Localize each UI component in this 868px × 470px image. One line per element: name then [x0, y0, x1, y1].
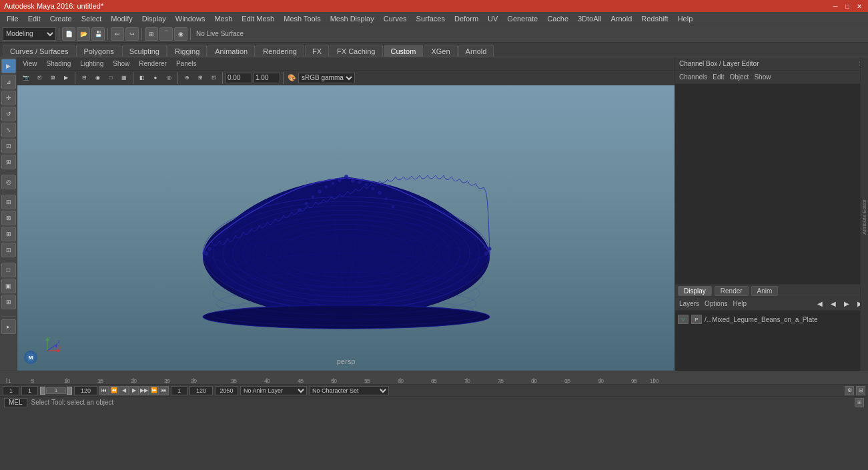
menu-edit-mesh[interactable]: Edit Mesh: [238, 14, 278, 23]
tab-polygons[interactable]: Polygons: [76, 45, 121, 57]
viewport-3d[interactable]: persp M X Y Z: [17, 85, 675, 371]
layers-menu-help[interactable]: Help: [733, 300, 747, 307]
menu-create[interactable]: Create: [46, 14, 76, 23]
char-set-select[interactable]: No Character Set: [309, 386, 389, 395]
tool-snap1[interactable]: ⊟: [1, 195, 16, 209]
menu-edit[interactable]: Edit: [24, 14, 45, 23]
tab-render[interactable]: Render: [715, 286, 749, 296]
viewport-menu-panels[interactable]: Panels: [173, 59, 199, 68]
menu-cache[interactable]: Cache: [543, 14, 572, 23]
menu-3dtoall[interactable]: 3DtoAll: [574, 14, 605, 23]
layer-name[interactable]: /...Mixed_Legume_Beans_on_a_Plate: [705, 316, 818, 323]
viewport-menu-shading[interactable]: Shading: [44, 59, 74, 68]
menu-redshift[interactable]: Redshift: [637, 14, 672, 23]
cb-menu-show[interactable]: Show: [754, 73, 771, 81]
menu-curves[interactable]: Curves: [380, 14, 411, 23]
viewport-menu-view[interactable]: View: [20, 59, 40, 68]
tool-camera1[interactable]: □: [1, 263, 16, 277]
range-end-input[interactable]: 120: [74, 386, 97, 395]
start-frame-input[interactable]: 1: [3, 386, 19, 395]
attribute-editor-sidebar[interactable]: Attribute Editor: [860, 57, 868, 377]
tool-unknown2[interactable]: ⊞: [1, 155, 16, 169]
tab-fx-caching[interactable]: FX Caching: [330, 45, 382, 57]
vp-layout2[interactable]: ⊠: [47, 72, 59, 84]
menu-mesh-display[interactable]: Mesh Display: [326, 14, 378, 23]
tab-xgen[interactable]: XGen: [424, 45, 457, 57]
menu-uv[interactable]: UV: [484, 14, 502, 23]
layers-menu-layers[interactable]: Layers: [679, 300, 699, 307]
vp-shadow[interactable]: ◧: [136, 72, 148, 84]
tab-rendering[interactable]: Rendering: [256, 45, 304, 57]
vp-dof[interactable]: ◎: [163, 72, 175, 84]
layers-nav-right[interactable]: ▶: [843, 300, 851, 307]
tool-select[interactable]: ▶: [1, 59, 16, 73]
cb-menu-object[interactable]: Object: [730, 73, 749, 81]
vp-flat[interactable]: □: [105, 72, 117, 84]
tab-animation[interactable]: Animation: [207, 45, 255, 57]
tool-lasso[interactable]: ⊿: [1, 75, 16, 89]
playback-start-input[interactable]: 1: [171, 386, 187, 395]
tab-fx[interactable]: FX: [305, 45, 329, 57]
tab-display[interactable]: Display: [678, 286, 712, 296]
menu-mesh[interactable]: Mesh: [210, 14, 236, 23]
playback-prev-frame[interactable]: ◀: [119, 386, 129, 395]
max-frame-input[interactable]: 2050: [215, 386, 238, 395]
tool-extra1[interactable]: ▸: [1, 319, 16, 334]
layers-nav-left[interactable]: ◀: [816, 300, 824, 307]
viewport-menu-lighting[interactable]: Lighting: [77, 59, 106, 68]
menu-deform[interactable]: Deform: [450, 14, 482, 23]
cb-menu-edit[interactable]: Edit: [713, 73, 724, 81]
layers-menu-options[interactable]: Options: [705, 300, 727, 307]
playback-next-key[interactable]: ⏩: [149, 386, 159, 395]
playback-jump-start[interactable]: ⏮: [99, 386, 109, 395]
vp-layout1[interactable]: ⊡: [33, 72, 45, 84]
tool-move[interactable]: ✛: [1, 91, 16, 105]
timeline[interactable]: 1 5 10 15 20 25 29 35 40 45 50 55 60: [0, 371, 868, 384]
tab-curves-surfaces[interactable]: Curves / Surfaces: [3, 45, 75, 57]
menu-surfaces[interactable]: Surfaces: [412, 14, 449, 23]
range-start-handle[interactable]: [40, 387, 45, 395]
far-clip-input[interactable]: 1.00: [254, 73, 280, 83]
toolbar-open[interactable]: 📂: [77, 27, 90, 41]
tool-unknown1[interactable]: ⊡: [1, 139, 16, 153]
tab-rigging[interactable]: Rigging: [167, 45, 207, 57]
tab-anim[interactable]: Anim: [751, 286, 779, 296]
tab-custom[interactable]: Custom: [384, 45, 424, 57]
playback-play[interactable]: ▶: [129, 386, 139, 395]
menu-modify[interactable]: Modify: [107, 14, 136, 23]
toolbar-snap-point[interactable]: ◉: [174, 27, 187, 41]
vp-ao[interactable]: ●: [149, 72, 161, 84]
menu-mesh-tools[interactable]: Mesh Tools: [280, 14, 324, 23]
playback-next-frame[interactable]: ▶▶: [139, 386, 149, 395]
anim-layer-select[interactable]: No Anim Layer: [240, 386, 307, 395]
menu-file[interactable]: File: [3, 14, 23, 23]
cb-menu-channels[interactable]: Channels: [679, 73, 707, 81]
current-frame-input[interactable]: 1: [21, 386, 38, 395]
menu-select[interactable]: Select: [77, 14, 106, 23]
playback-end-input[interactable]: 120: [189, 386, 213, 395]
layers-nav-left2[interactable]: ◀: [829, 300, 837, 307]
tool-camera3[interactable]: ⊞: [1, 295, 16, 309]
vp-cam-select[interactable]: 📷: [20, 72, 32, 84]
vp-sel[interactable]: ▶: [60, 72, 72, 84]
vp-wire[interactable]: ⊟: [78, 72, 90, 84]
vp-iso[interactable]: ⊕: [181, 72, 193, 84]
viewport-menu-show[interactable]: Show: [110, 59, 132, 68]
toolbar-undo[interactable]: ↩: [111, 27, 124, 41]
close-button[interactable]: ✕: [855, 1, 864, 11]
minimize-button[interactable]: ─: [831, 1, 840, 11]
toolbar-snap-grid[interactable]: ⊞: [145, 27, 158, 41]
vp-film-gate[interactable]: ⊡: [207, 72, 220, 84]
vp-smooth[interactable]: ◉: [91, 72, 103, 84]
tab-sculpting[interactable]: Sculpting: [122, 45, 167, 57]
tool-snap4[interactable]: ⊡: [1, 243, 16, 257]
color-space-select[interactable]: sRGB gamma: [298, 73, 355, 83]
playback-jump-end[interactable]: ⏭: [159, 386, 169, 395]
toolbar-new[interactable]: 📄: [62, 27, 75, 41]
status-options-btn[interactable]: ⊞: [855, 398, 864, 407]
menu-windows[interactable]: Windows: [171, 14, 209, 23]
maximize-button[interactable]: □: [843, 1, 852, 11]
vp-texture[interactable]: ▦: [118, 72, 130, 84]
toolbar-save[interactable]: 💾: [91, 27, 105, 41]
toolbar-redo[interactable]: ↪: [125, 27, 139, 41]
